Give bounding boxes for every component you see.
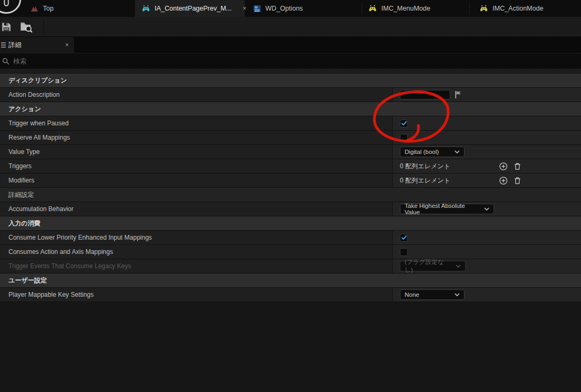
subcategory-advanced-settings[interactable]: 詳細設定 [0,188,581,202]
category-title: ユーザー設定 [8,276,47,285]
tab-label: WD_Options [265,5,303,12]
row-triggers: Triggers 0 配列エレメント [0,159,581,174]
row-action-description: Action Description [0,88,581,102]
category-title: 入力の消費 [8,219,40,228]
category-title: アクション [8,105,41,114]
category-description[interactable]: ディスクリプション [0,74,581,88]
row-value-type: Value Type Digital (bool) [0,145,581,159]
panel-strip [0,69,581,74]
logo-slot [0,0,21,17]
category-title: ディスクリプション [8,76,67,85]
widget-blueprint-icon [253,5,261,13]
add-element-icon[interactable] [499,176,508,185]
floppy-save-icon [1,22,12,32]
input-action-gamepad-icon [141,5,150,12]
row-consumes-action-axis: Consumes Action and Axis Mappings [0,245,581,259]
property-label: Triggers [0,159,393,173]
row-trigger-events-legacy: Trigger Events That Consume Legacy Keys … [0,259,581,274]
save-button[interactable] [0,19,16,35]
tab-label: Top [43,5,53,12]
row-player-mappable-key-settings: Player Mappable Key Settings None [0,288,581,302]
details-search-bar [0,53,581,69]
asset-tab-bar: Top IA_ContentPagePrev_M... × [0,0,581,17]
trigger-when-paused-checkbox[interactable] [400,120,408,127]
tab-imc-actionmode[interactable]: IMC_ActionMode [470,0,581,17]
chevron-down-icon [455,265,461,268]
chevron-down-icon [454,293,460,296]
chevron-down-icon [484,207,489,211]
tab-details[interactable]: 詳細 × [0,37,74,53]
search-icon [2,58,10,65]
property-label: Value Type [0,145,393,159]
property-label: Accumulation Behavior [0,202,393,216]
tab-label: IMC_MenuMode [381,5,430,12]
tab-imc-menumode[interactable]: IMC_MenuMode [362,0,469,17]
property-label: Trigger when Paused [0,116,393,130]
consumes-action-axis-checkbox[interactable] [400,248,408,256]
row-modifiers: Modifiers 0 配列エレメント [0,174,581,188]
input-mapping-context-icon [479,5,488,12]
tab-ia-contentpageprev[interactable]: IA_ContentPagePrev_M... × [135,0,245,17]
clear-array-trash-icon[interactable] [513,176,522,185]
toolbar-separator [43,20,44,34]
details-list-icon [0,42,6,48]
tab-top-level[interactable]: Top [21,0,135,17]
value-type-dropdown[interactable]: Digital (bool) [400,147,464,157]
property-label: Modifiers [0,174,393,187]
details-tab-label: 詳細 [8,41,22,50]
search-input[interactable] [13,58,581,65]
clear-array-trash-icon[interactable] [513,162,522,171]
browse-to-asset-icon [20,21,33,33]
check-icon [401,234,407,241]
action-description-input[interactable] [400,90,450,99]
level-flame-icon [30,5,39,12]
details-property-grid: ディスクリプション Action Description アクション [0,69,581,302]
array-count-text: 0 配列エレメント [400,162,450,171]
accumulation-behavior-dropdown[interactable]: Take Highest Absolute Value [400,204,494,214]
input-mapping-context-icon [368,5,377,12]
array-count-text: 0 配列エレメント [400,176,450,185]
row-reserve-all-mappings: Reserve All Mappings [0,131,581,145]
tab-wd-options[interactable]: WD_Options [245,0,362,17]
reserve-all-mappings-checkbox[interactable] [400,134,408,142]
asset-toolbar [0,17,581,37]
tab-label: IMC_ActionMode [493,5,543,12]
row-trigger-when-paused: Trigger when Paused [0,116,581,131]
check-icon [401,120,407,126]
row-accumulation-behavior: Accumulation Behavior Take Highest Absol… [0,202,581,216]
property-label: Trigger Events That Consume Legacy Keys [0,259,393,273]
property-label: Consumes Action and Axis Mappings [0,245,393,259]
panel-close-icon[interactable]: × [65,41,69,49]
details-panel-tab-bar: 詳細 × [0,37,581,53]
trigger-events-legacy-dropdown: (フラグ設定なし) [400,261,466,271]
consume-lower-priority-checkbox[interactable] [400,234,408,242]
browse-to-asset-button[interactable] [16,19,37,35]
tab-label: IA_ContentPagePrev_M... [155,5,231,12]
property-label: Reserve All Mappings [0,131,393,144]
chevron-down-icon [454,150,460,153]
property-label: Consume Lower Priority Enhanced Input Ma… [0,231,393,244]
property-label: Player Mappable Key Settings [0,288,393,302]
category-user-settings[interactable]: ユーザー設定 [0,274,581,288]
unreal-engine-logo [0,0,21,14]
localization-flag-icon[interactable] [454,90,462,99]
category-input-consumption[interactable]: 入力の消費 [0,216,581,231]
property-label: Action Description [0,88,393,102]
row-consume-lower-priority: Consume Lower Priority Enhanced Input Ma… [0,231,581,245]
add-element-icon[interactable] [499,162,508,171]
unreal-editor-window: Top IA_ContentPagePrev_M... × [0,0,581,392]
category-action[interactable]: アクション [0,102,581,116]
player-mappable-dropdown[interactable]: None [400,289,464,300]
unreal-u-glyph [1,0,12,10]
